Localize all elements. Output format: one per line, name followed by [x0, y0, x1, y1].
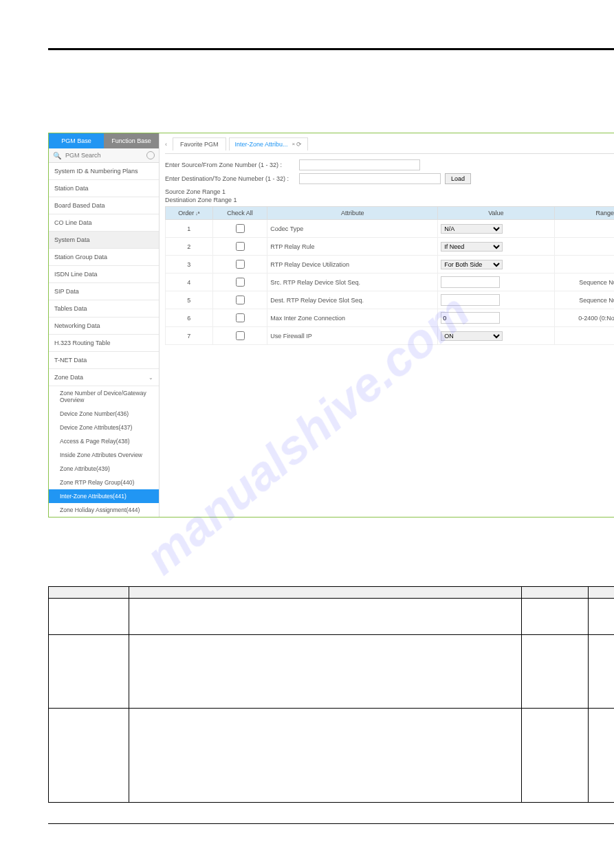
- value-select[interactable]: N/A: [441, 224, 503, 234]
- collapse-sidebar-icon[interactable]: ‹: [165, 141, 167, 148]
- destination-range-text: Destination Zone Range 1: [165, 197, 614, 203]
- search-icon: 🔍: [53, 152, 61, 159]
- col-check-all[interactable]: Check All: [212, 207, 267, 220]
- sub-item-device-zone-attributes-437-[interactable]: Device Zone Attributes(437): [49, 421, 159, 434]
- cell-attribute: Src. RTP Relay Device Slot Seq.: [267, 274, 438, 291]
- refresh-tab-icon[interactable]: ⟳: [296, 141, 302, 148]
- tab-inter-zone-attributes[interactable]: Inter-Zone Attribu... × ⟳: [229, 137, 309, 151]
- cell-order: 2: [166, 238, 213, 256]
- table-row: 7Use Firewall IPON: [166, 327, 615, 345]
- cell-attribute: Dest. RTP Relay Device Slot Seq.: [267, 291, 438, 309]
- destination-zone-input[interactable]: [299, 173, 441, 184]
- tab-pgm-base[interactable]: PGM Base: [49, 133, 104, 148]
- main-panel: × ⌄ ‹ Favorite PGM Inter-Zone Attribu...…: [160, 133, 614, 517]
- cell-range: Sequence Number: [554, 291, 614, 309]
- load-button[interactable]: Load: [445, 173, 471, 184]
- cell-range: [554, 256, 614, 274]
- tab-favorite-pgm[interactable]: Favorite PGM: [173, 137, 226, 151]
- header-rule: [48, 48, 614, 50]
- sidebar: PGM Base Function Base 🔍 System ID & Num…: [49, 133, 160, 517]
- nav-list: System ID & Numbering PlansStation DataB…: [49, 163, 159, 386]
- cell-attribute: RTP Relay Device Utilization: [267, 256, 438, 274]
- destination-label: Enter Destination/To Zone Numeber (1 - 3…: [165, 175, 299, 182]
- table-row: 1Codec TypeN/A: [166, 220, 615, 238]
- cell-order: 7: [166, 327, 213, 345]
- tab-label: Inter-Zone Attribu...: [235, 141, 288, 148]
- sidebar-item-system-data[interactable]: System Data: [49, 232, 159, 249]
- sidebar-item-networking-data[interactable]: Networking Data: [49, 318, 159, 335]
- search-input[interactable]: [64, 151, 146, 159]
- row-checkbox[interactable]: [236, 313, 245, 322]
- col-value: Value: [438, 207, 555, 220]
- sub-item-zone-holiday-assignment-444-[interactable]: Zone Holiday Assignment(444): [49, 503, 159, 517]
- document-table: [48, 586, 614, 803]
- value-input[interactable]: [441, 294, 500, 306]
- sub-item-zone-rtp-relay-group-440-[interactable]: Zone RTP Relay Group(440): [49, 476, 159, 489]
- value-input[interactable]: [441, 276, 500, 288]
- cell-order: 3: [166, 256, 213, 274]
- sub-item-inside-zone-attributes-overview[interactable]: Inside Zone Attributes Overview: [49, 448, 159, 462]
- value-select[interactable]: For Both Side: [441, 260, 503, 269]
- row-checkbox[interactable]: [236, 296, 245, 304]
- row-checkbox[interactable]: [236, 331, 245, 340]
- table-row: 6Max Inter Zone Connection0-2400 (0:No L…: [166, 309, 615, 327]
- cell-attribute: Codec Type: [267, 220, 438, 238]
- footer-rule: [48, 823, 614, 824]
- sidebar-item-station-data[interactable]: Station Data: [49, 180, 159, 197]
- sidebar-item-sip-data[interactable]: SIP Data: [49, 283, 159, 300]
- search-clear-icon[interactable]: [146, 151, 155, 159]
- table-row: 3RTP Relay Device UtilizationFor Both Si…: [166, 256, 615, 274]
- source-zone-input[interactable]: [299, 159, 420, 170]
- value-select[interactable]: If Need: [441, 242, 503, 252]
- sidebar-item-system-id-numbering-plans[interactable]: System ID & Numbering Plans: [49, 163, 159, 180]
- app-window: PGM Base Function Base 🔍 System ID & Num…: [48, 133, 614, 518]
- sort-icon: ↓ª: [195, 211, 199, 216]
- sub-item-inter-zone-attributes-441-[interactable]: Inter-Zone Attributes(441): [49, 489, 159, 503]
- attributes-table: Order↓ª Check All Attribute Value Range …: [165, 206, 614, 345]
- row-checkbox[interactable]: [236, 260, 245, 269]
- cell-range: Sequence Number: [554, 274, 614, 291]
- source-label: Enter Source/From Zone Number (1 - 32) :: [165, 162, 299, 168]
- table-row: 5Dest. RTP Relay Device Slot Seq.Sequenc…: [166, 291, 615, 309]
- row-checkbox[interactable]: [236, 242, 245, 251]
- sub-item-device-zone-number-436-[interactable]: Device Zone Number(436): [49, 407, 159, 421]
- value-select[interactable]: ON: [441, 331, 503, 341]
- cell-order: 5: [166, 291, 213, 309]
- table-row: 2RTP Relay RuleIf Need: [166, 238, 615, 256]
- sidebar-tabs: PGM Base Function Base: [49, 133, 159, 148]
- col-order[interactable]: Order↓ª: [166, 207, 213, 220]
- sidebar-item-zone-data[interactable]: Zone Data⌄: [49, 369, 159, 386]
- close-tab-icon[interactable]: ×: [292, 142, 296, 147]
- tab-function-base[interactable]: Function Base: [104, 133, 159, 148]
- sidebar-item-h-323-routing-table[interactable]: H.323 Routing Table: [49, 335, 159, 352]
- row-checkbox[interactable]: [236, 278, 245, 287]
- tab-bar: ‹ Favorite PGM Inter-Zone Attribu... × ⟳: [165, 137, 614, 154]
- sidebar-item-co-line-data[interactable]: CO Line Data: [49, 214, 159, 232]
- cell-attribute: Max Inter Zone Connection: [267, 309, 438, 327]
- sidebar-item-t-net-data[interactable]: T-NET Data: [49, 352, 159, 369]
- cell-range: 0-2400 (0:No Limit): [554, 309, 614, 327]
- chevron-down-icon: ⌄: [149, 375, 153, 381]
- sidebar-item-isdn-line-data[interactable]: ISDN Line Data: [49, 266, 159, 283]
- col-attribute: Attribute: [267, 207, 438, 220]
- sub-item-zone-attribute-439-[interactable]: Zone Attribute(439): [49, 462, 159, 476]
- sidebar-item-tables-data[interactable]: Tables Data: [49, 300, 159, 318]
- sidebar-item-board-based-data[interactable]: Board Based Data: [49, 197, 159, 214]
- source-range-text: Source Zone Range 1: [165, 188, 614, 195]
- cell-range: [554, 327, 614, 345]
- search-bar: 🔍: [49, 148, 159, 163]
- table-row: 4Src. RTP Relay Device Slot Seq.Sequence…: [166, 274, 615, 291]
- form-row-source: Enter Source/From Zone Number (1 - 32) :: [165, 159, 614, 170]
- cell-attribute: Use Firewall IP: [267, 327, 438, 345]
- row-checkbox[interactable]: [236, 224, 245, 233]
- form-row-destination: Enter Destination/To Zone Numeber (1 - 3…: [165, 173, 614, 184]
- col-range: Range: [554, 207, 614, 220]
- sub-item-zone-number-of-device-gateway-overview[interactable]: Zone Number of Device/Gateway Overview: [49, 386, 159, 407]
- cell-range: [554, 220, 614, 238]
- value-input[interactable]: [441, 312, 500, 324]
- nav-sublist: Zone Number of Device/Gateway OverviewDe…: [49, 386, 159, 517]
- sidebar-item-station-group-data[interactable]: Station Group Data: [49, 249, 159, 266]
- cell-order: 4: [166, 274, 213, 291]
- sub-item-access-page-relay-438-[interactable]: Access & Page Relay(438): [49, 434, 159, 448]
- cell-order: 1: [166, 220, 213, 238]
